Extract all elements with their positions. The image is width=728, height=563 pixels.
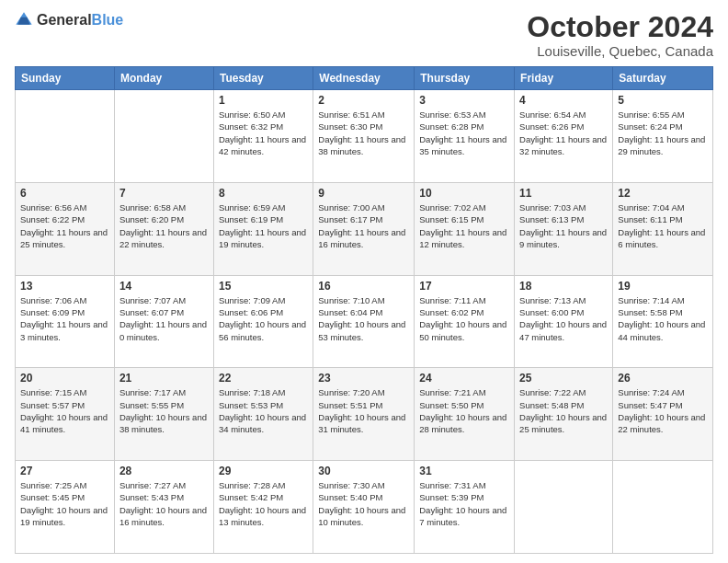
day-number: 23 (318, 372, 409, 385)
location-title: Louiseville, Quebec, Canada (527, 43, 713, 59)
day-info: Sunrise: 6:53 AM Sunset: 6:28 PM Dayligh… (419, 109, 509, 157)
calendar-table: Sunday Monday Tuesday Wednesday Thursday… (15, 66, 713, 554)
day-number: 27 (20, 465, 109, 477)
logo-icon (15, 11, 33, 29)
day-info: Sunrise: 7:10 AM Sunset: 6:04 PM Dayligh… (318, 294, 409, 343)
calendar-cell: 25Sunrise: 7:22 AM Sunset: 5:48 PM Dayli… (515, 368, 613, 461)
day-info: Sunrise: 7:20 AM Sunset: 5:51 PM Dayligh… (318, 386, 409, 435)
day-number: 7 (119, 187, 209, 200)
calendar-cell: 16Sunrise: 7:10 AM Sunset: 6:04 PM Dayli… (313, 275, 415, 368)
header-saturday: Saturday (613, 67, 713, 90)
logo: GeneralBlue (15, 11, 123, 29)
day-info: Sunrise: 7:15 AM Sunset: 5:57 PM Dayligh… (20, 386, 109, 435)
day-number: 5 (618, 94, 708, 107)
weekday-header-row: Sunday Monday Tuesday Wednesday Thursday… (16, 67, 713, 90)
day-info: Sunrise: 7:14 AM Sunset: 5:58 PM Dayligh… (618, 294, 708, 343)
calendar-cell: 23Sunrise: 7:20 AM Sunset: 5:51 PM Dayli… (313, 368, 415, 461)
day-number: 2 (318, 94, 409, 107)
calendar-cell (114, 90, 213, 183)
calendar-cell: 20Sunrise: 7:15 AM Sunset: 5:57 PM Dayli… (16, 368, 115, 461)
calendar-cell: 13Sunrise: 7:06 AM Sunset: 6:09 PM Dayli… (16, 275, 115, 368)
calendar-cell: 24Sunrise: 7:21 AM Sunset: 5:50 PM Dayli… (415, 368, 515, 461)
day-number: 31 (419, 465, 509, 477)
day-number: 1 (219, 94, 308, 107)
calendar-cell: 17Sunrise: 7:11 AM Sunset: 6:02 PM Dayli… (415, 275, 515, 368)
calendar-cell: 18Sunrise: 7:13 AM Sunset: 6:00 PM Dayli… (515, 275, 613, 368)
calendar-week-2: 6Sunrise: 6:56 AM Sunset: 6:22 PM Daylig… (16, 182, 713, 275)
calendar-cell: 27Sunrise: 7:25 AM Sunset: 5:45 PM Dayli… (16, 461, 115, 554)
calendar-cell: 3Sunrise: 6:53 AM Sunset: 6:28 PM Daylig… (415, 90, 515, 183)
day-number: 6 (20, 187, 109, 200)
svg-marker-1 (17, 17, 29, 25)
day-info: Sunrise: 6:55 AM Sunset: 6:24 PM Dayligh… (618, 109, 708, 157)
day-number: 25 (519, 372, 608, 385)
header-wednesday: Wednesday (313, 67, 415, 90)
calendar-cell: 7Sunrise: 6:58 AM Sunset: 6:20 PM Daylig… (114, 182, 213, 275)
calendar-cell: 6Sunrise: 6:56 AM Sunset: 6:22 PM Daylig… (16, 182, 115, 275)
calendar-cell: 21Sunrise: 7:17 AM Sunset: 5:55 PM Dayli… (114, 368, 213, 461)
day-number: 19 (618, 280, 708, 293)
day-number: 4 (519, 94, 608, 107)
day-number: 14 (119, 280, 209, 293)
calendar-cell (515, 461, 613, 554)
day-info: Sunrise: 6:59 AM Sunset: 6:19 PM Dayligh… (219, 201, 308, 250)
day-info: Sunrise: 7:13 AM Sunset: 6:00 PM Dayligh… (519, 294, 608, 343)
calendar-cell: 8Sunrise: 6:59 AM Sunset: 6:19 PM Daylig… (213, 182, 313, 275)
calendar-cell: 26Sunrise: 7:24 AM Sunset: 5:47 PM Dayli… (613, 368, 713, 461)
day-number: 24 (419, 372, 509, 385)
calendar-cell: 1Sunrise: 6:50 AM Sunset: 6:32 PM Daylig… (213, 90, 313, 183)
day-info: Sunrise: 7:03 AM Sunset: 6:13 PM Dayligh… (519, 201, 608, 250)
calendar-cell: 15Sunrise: 7:09 AM Sunset: 6:06 PM Dayli… (213, 275, 313, 368)
day-info: Sunrise: 7:27 AM Sunset: 5:43 PM Dayligh… (119, 479, 209, 528)
day-number: 12 (618, 187, 708, 200)
header-thursday: Thursday (415, 67, 515, 90)
day-info: Sunrise: 7:02 AM Sunset: 6:15 PM Dayligh… (419, 201, 509, 250)
title-area: October 2024 Louiseville, Quebec, Canada (527, 11, 713, 59)
calendar-week-3: 13Sunrise: 7:06 AM Sunset: 6:09 PM Dayli… (16, 275, 713, 368)
calendar-cell: 29Sunrise: 7:28 AM Sunset: 5:42 PM Dayli… (213, 461, 313, 554)
calendar-cell: 14Sunrise: 7:07 AM Sunset: 6:07 PM Dayli… (114, 275, 213, 368)
day-number: 16 (318, 280, 409, 293)
day-number: 15 (219, 280, 308, 293)
header: GeneralBlue October 2024 Louiseville, Qu… (15, 11, 713, 59)
calendar-week-5: 27Sunrise: 7:25 AM Sunset: 5:45 PM Dayli… (16, 461, 713, 554)
calendar-cell: 12Sunrise: 7:04 AM Sunset: 6:11 PM Dayli… (613, 182, 713, 275)
calendar-cell (16, 90, 115, 183)
day-number: 26 (618, 372, 708, 385)
calendar-cell (613, 461, 713, 554)
calendar-cell: 22Sunrise: 7:18 AM Sunset: 5:53 PM Dayli… (213, 368, 313, 461)
day-number: 18 (519, 280, 608, 293)
calendar-cell: 4Sunrise: 6:54 AM Sunset: 6:26 PM Daylig… (515, 90, 613, 183)
header-friday: Friday (515, 67, 613, 90)
calendar-cell: 30Sunrise: 7:30 AM Sunset: 5:40 PM Dayli… (313, 461, 415, 554)
logo-blue: Blue (92, 12, 124, 28)
calendar-cell: 28Sunrise: 7:27 AM Sunset: 5:43 PM Dayli… (114, 461, 213, 554)
day-number: 17 (419, 280, 509, 293)
day-info: Sunrise: 6:51 AM Sunset: 6:30 PM Dayligh… (318, 109, 409, 157)
day-info: Sunrise: 7:17 AM Sunset: 5:55 PM Dayligh… (119, 386, 209, 435)
calendar-cell: 11Sunrise: 7:03 AM Sunset: 6:13 PM Dayli… (515, 182, 613, 275)
calendar-week-4: 20Sunrise: 7:15 AM Sunset: 5:57 PM Dayli… (16, 368, 713, 461)
calendar-cell: 5Sunrise: 6:55 AM Sunset: 6:24 PM Daylig… (613, 90, 713, 183)
day-number: 13 (20, 280, 109, 293)
day-number: 30 (318, 465, 409, 477)
day-number: 28 (119, 465, 209, 477)
header-monday: Monday (114, 67, 213, 90)
day-info: Sunrise: 7:07 AM Sunset: 6:07 PM Dayligh… (119, 294, 209, 343)
day-info: Sunrise: 7:30 AM Sunset: 5:40 PM Dayligh… (318, 479, 409, 528)
day-info: Sunrise: 7:22 AM Sunset: 5:48 PM Dayligh… (519, 386, 608, 435)
day-number: 11 (519, 187, 608, 200)
day-number: 22 (219, 372, 308, 385)
calendar-cell: 10Sunrise: 7:02 AM Sunset: 6:15 PM Dayli… (415, 182, 515, 275)
day-info: Sunrise: 6:58 AM Sunset: 6:20 PM Dayligh… (119, 201, 209, 250)
day-info: Sunrise: 7:04 AM Sunset: 6:11 PM Dayligh… (618, 201, 708, 250)
day-info: Sunrise: 7:24 AM Sunset: 5:47 PM Dayligh… (618, 386, 708, 435)
calendar-week-1: 1Sunrise: 6:50 AM Sunset: 6:32 PM Daylig… (16, 90, 713, 183)
logo-general: General (37, 12, 92, 28)
day-number: 3 (419, 94, 509, 107)
day-info: Sunrise: 7:31 AM Sunset: 5:39 PM Dayligh… (419, 479, 509, 528)
calendar-cell: 19Sunrise: 7:14 AM Sunset: 5:58 PM Dayli… (613, 275, 713, 368)
day-number: 20 (20, 372, 109, 385)
month-title: October 2024 (527, 11, 713, 43)
day-info: Sunrise: 6:50 AM Sunset: 6:32 PM Dayligh… (219, 109, 308, 157)
